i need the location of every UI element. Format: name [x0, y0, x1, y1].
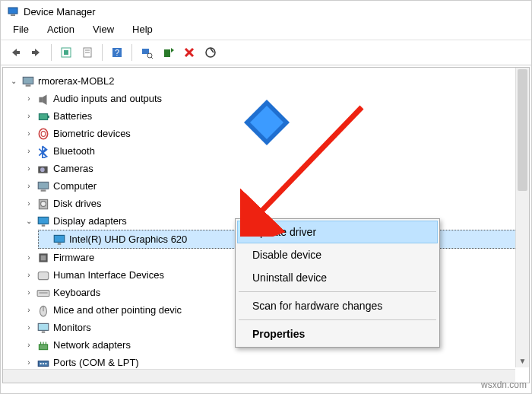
svg-rect-22: [48, 115, 49, 117]
context-menu-item[interactable]: Properties: [237, 323, 438, 345]
tree-node[interactable]: › Cameras: [23, 160, 526, 177]
horizontal-scrollbar[interactable]: [3, 369, 515, 383]
expand-icon[interactable]: ›: [24, 112, 33, 121]
battery-icon: [36, 110, 50, 123]
tree-node-label: Display adapters: [53, 213, 127, 229]
help-button[interactable]: ?: [107, 43, 127, 62]
expand-icon[interactable]: ›: [24, 129, 33, 138]
properties-button[interactable]: [78, 43, 97, 62]
title-bar: Device Manager: [1, 1, 531, 21]
svg-rect-5: [64, 50, 68, 55]
svg-rect-42: [38, 323, 49, 330]
expand-icon[interactable]: ›: [24, 306, 33, 315]
expand-icon[interactable]: ›: [24, 358, 33, 367]
svg-rect-37: [38, 272, 49, 279]
svg-rect-33: [54, 235, 65, 242]
svg-rect-54: [41, 383, 46, 383]
show-hidden-button[interactable]: [56, 43, 76, 62]
svg-rect-43: [42, 331, 46, 332]
tree-node-label: Ports (COM & LPT): [53, 354, 139, 370]
net-icon: [36, 338, 50, 352]
svg-rect-0: [8, 8, 17, 14]
scroll-thumb[interactable]: [518, 69, 527, 191]
svg-rect-31: [38, 217, 49, 224]
svg-rect-28: [41, 189, 46, 191]
svg-point-50: [43, 363, 44, 364]
expand-icon[interactable]: ›: [24, 147, 33, 156]
app-icon: [7, 5, 19, 17]
bio-icon: [36, 127, 50, 141]
tree-node[interactable]: › Batteries: [23, 107, 526, 125]
context-menu-item[interactable]: Disable device: [237, 243, 438, 266]
svg-rect-21: [39, 113, 47, 119]
tree-node-label: Biometric devices: [53, 126, 131, 141]
menu-file[interactable]: File: [5, 22, 36, 37]
svg-rect-3: [32, 51, 36, 54]
tree-node-label: Computer: [53, 178, 97, 194]
toolbar-sep: [51, 44, 52, 61]
svg-rect-20: [39, 97, 43, 102]
tree-node-label: Intel(R) UHD Graphics 620: [69, 231, 187, 247]
audio-icon: [36, 92, 50, 106]
menu-bar: File Action View Help: [1, 21, 531, 40]
menu-action[interactable]: Action: [40, 22, 82, 37]
context-menu-separator: [239, 291, 436, 292]
tree-node[interactable]: › Bluetooth: [23, 142, 526, 160]
svg-rect-36: [41, 255, 46, 260]
forward-button[interactable]: [27, 43, 46, 62]
expand-icon[interactable]: ›: [24, 199, 33, 208]
display-icon: [52, 233, 66, 246]
toolbar-sep: [131, 44, 132, 61]
disable-button[interactable]: [201, 43, 220, 62]
tree-root-label: rmorerax-MOBL2: [38, 73, 114, 89]
menu-view[interactable]: View: [85, 22, 122, 37]
tree-node-label: Disk drives: [53, 195, 102, 211]
back-button[interactable]: [5, 43, 25, 62]
collapse-icon[interactable]: ⌄: [9, 77, 18, 86]
expand-icon[interactable]: ⌄: [24, 217, 33, 226]
pc-icon: [36, 180, 50, 193]
context-menu-item[interactable]: Scan for hardware changes: [237, 294, 438, 317]
hid-icon: [36, 268, 50, 282]
context-menu-separator: [239, 319, 436, 320]
display-icon: [36, 214, 50, 228]
svg-rect-2: [16, 51, 20, 54]
expand-icon[interactable]: ›: [24, 288, 33, 297]
scan-button[interactable]: [137, 43, 157, 62]
expand-icon[interactable]: ›: [24, 182, 33, 191]
tree-node-label: Batteries: [53, 108, 92, 124]
uninstall-button[interactable]: [179, 43, 199, 62]
tree-node-label: Cameras: [53, 160, 93, 176]
expand-icon[interactable]: ›: [24, 323, 33, 332]
svg-point-49: [40, 363, 42, 364]
update-driver-button[interactable]: [158, 43, 178, 62]
tree-root-node[interactable]: ⌄ rmorerax-MOBL2: [8, 72, 526, 90]
fw-icon: [36, 251, 50, 265]
scroll-down-icon[interactable]: ▼: [516, 354, 529, 367]
svg-rect-14: [164, 49, 170, 57]
toolbar: ?: [1, 40, 531, 65]
expand-icon[interactable]: ›: [24, 253, 33, 262]
menu-help[interactable]: Help: [125, 22, 160, 37]
cam-icon: [36, 162, 50, 176]
context-menu-item[interactable]: Update driver: [237, 221, 438, 243]
mon-icon: [36, 321, 50, 335]
tree-node-label: Keyboards: [53, 284, 100, 300]
expand-icon[interactable]: ›: [24, 341, 33, 350]
tree-node[interactable]: › Disk drives: [23, 195, 526, 212]
expand-icon[interactable]: ›: [24, 271, 33, 280]
disk-icon: [36, 197, 50, 211]
tree-node[interactable]: › Audio inputs and outputs: [23, 90, 526, 107]
toolbar-sep: [102, 44, 103, 61]
watermark: wsxdn.com: [481, 380, 527, 390]
tree-node-label: Bluetooth: [53, 143, 95, 159]
expand-icon[interactable]: ›: [24, 94, 33, 103]
expand-icon[interactable]: ›: [24, 164, 33, 173]
svg-rect-44: [39, 344, 47, 349]
vertical-scrollbar[interactable]: ▲ ▼: [515, 68, 529, 367]
tree-node[interactable]: › Computer: [23, 177, 526, 195]
tree-node[interactable]: › Biometric devices: [23, 125, 526, 142]
context-menu-item[interactable]: Uninstall device: [237, 266, 438, 289]
port-icon: [36, 356, 50, 370]
computer-icon: [21, 75, 35, 88]
